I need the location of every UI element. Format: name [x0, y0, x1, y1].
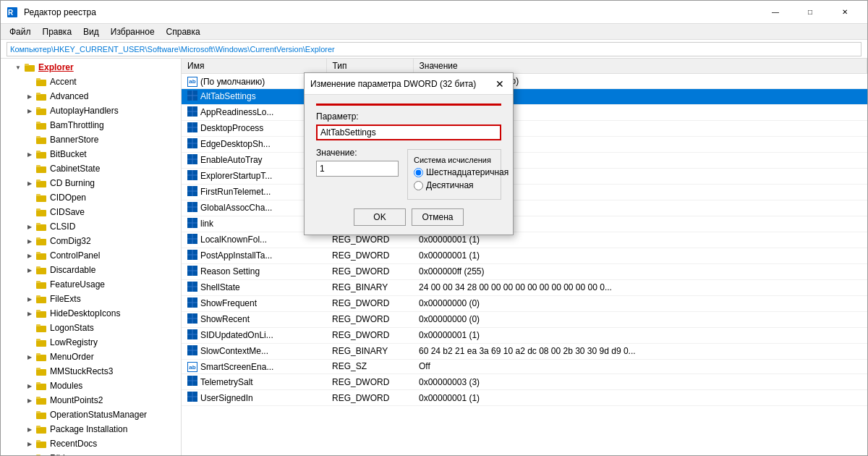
tree-item-featureusage[interactable]: FeatureUsage [1, 277, 181, 292]
table-row[interactable]: ab(По умолчанию)REG_SZ(значение не присв… [182, 74, 867, 89]
tree-expand-modules[interactable]: ▶ [24, 380, 35, 392]
maximize-button[interactable]: □ [793, 1, 827, 24]
tree-item-packageinstall[interactable]: ▶ Package Installation [1, 422, 181, 436]
table-row[interactable]: PostAppInstallTa...REG_DWORD0x00000001 (… [182, 248, 867, 263]
tree-item-operationstatus[interactable]: OperationStatusManager [1, 408, 181, 422]
address-path[interactable]: Компьютер\HKEY_CURRENT_USER\Software\Mic… [7, 42, 861, 56]
table-row[interactable]: AppReadinessLo...REG_DWORD0x00000001 (1) [182, 104, 867, 120]
tree-expand-fileexts[interactable]: ▶ [24, 293, 35, 305]
table-row[interactable]: linkREG_BINARY00 00 00 00 [182, 216, 867, 232]
table-row[interactable]: ShowRecentREG_DWORD0x00000000 (0) [182, 311, 867, 327]
tree-item-fileexts[interactable]: ▶ FileExts [1, 292, 181, 306]
value-name: ShowFrequent [200, 298, 257, 308]
tree-item-menuorder[interactable]: ▶ MenuOrder [1, 350, 181, 364]
tree-item-controlpanel[interactable]: ▶ ControlPanel [1, 248, 181, 263]
tree-item-recentdocs[interactable]: ▶ RecentDocs [1, 436, 181, 451]
tree-item-accent[interactable]: Accent [1, 75, 181, 89]
tree-item-ribbon[interactable]: ▶ Ribbon [1, 451, 181, 455]
tree-expand-mmstuckrects3[interactable] [24, 366, 35, 377]
col-header-type[interactable]: Тип [326, 59, 413, 74]
tree-expand-cidopen[interactable] [24, 192, 35, 203]
tree-item-cidsave[interactable]: CIDSave [1, 205, 181, 219]
table-row[interactable]: SlowContextMe...REG_BINARY60 24 b2 21 ea… [182, 343, 867, 359]
tree-item-hidedesktopicons[interactable]: ▶ HideDesktopIcons [1, 306, 181, 321]
table-row[interactable]: ShowFrequentREG_DWORD0x00000000 (0) [182, 295, 867, 311]
tree-expand-comdig32[interactable]: ▶ [24, 235, 35, 247]
minimize-button[interactable]: — [759, 1, 792, 24]
table-row[interactable]: SIDUpdatedOnLi...REG_DWORD0x00000001 (1) [182, 327, 867, 343]
menu-help[interactable]: Справка [161, 25, 206, 38]
tree-item-discardable[interactable]: ▶ Discardable [1, 263, 181, 277]
tree-expand-autoplay[interactable]: ▶ [24, 105, 35, 117]
dialog-ok-button[interactable]: OK [354, 208, 406, 226]
tree-item-bamthrottling[interactable]: BamThrottling [1, 118, 181, 132]
col-header-value[interactable]: Значение [413, 59, 867, 74]
dialog-cancel-button[interactable]: Отмена [412, 208, 464, 226]
table-row[interactable]: LocalKnownFol...REG_DWORD0x00000001 (1) [182, 232, 867, 248]
tree-expand-ribbon[interactable]: ▶ [24, 452, 35, 455]
dword-dialog[interactable]: Изменение параметра DWORD (32 бита) ✕ Па… [304, 72, 514, 235]
tree-item-mountpoints2[interactable]: ▶ MountPoints2 [1, 393, 181, 408]
dialog-close-button[interactable]: ✕ [493, 77, 507, 91]
tree-expand-bamthrottling[interactable] [24, 119, 35, 131]
tree-item-cdburning[interactable]: ▶ CD Burning [1, 176, 181, 190]
tree-expand-bitbucket[interactable]: ▶ [24, 148, 35, 160]
table-row[interactable]: TelemetrySaltREG_DWORD0x00000003 (3) [182, 374, 867, 390]
tree-expand-cdburning[interactable]: ▶ [24, 177, 35, 189]
table-row[interactable]: abSmartScreenEna...REG_SZOff [182, 359, 867, 374]
tree-item-comdig32[interactable]: ▶ ComDig32 [1, 234, 181, 248]
tree-item-bannerstore[interactable]: BannerStore [1, 132, 181, 147]
radio-dec[interactable] [414, 181, 423, 190]
menu-file[interactable]: Файл [4, 25, 37, 38]
close-button[interactable]: ✕ [828, 1, 861, 24]
table-row[interactable]: Reason SettingREG_DWORD0x000000ff (255) [182, 263, 867, 279]
tree-item-lowregistry[interactable]: LowRegistry [1, 335, 181, 350]
values-panel[interactable]: Имя Тип Значение ab(По умолчанию)REG_SZ(… [182, 59, 867, 455]
tree-expand-bannerstore[interactable] [24, 134, 35, 145]
table-row[interactable]: ExplorerStartupT...REG_DWORD0x00000001 (… [182, 168, 867, 184]
dialog-param-input[interactable] [316, 124, 501, 140]
tree-item-clsid[interactable]: ▶ CLSID [1, 219, 181, 234]
table-row[interactable]: AltTabSettingsREG_DWORD0x00000000 (0) [182, 88, 867, 104]
tree-expand-explorer[interactable]: ▼ [12, 62, 24, 73]
tree-item-bitbucket[interactable]: ▶ BitBucket [1, 147, 181, 161]
col-header-name[interactable]: Имя [182, 59, 326, 74]
table-row[interactable]: EdgeDesktopSh...REG_DWORD0x00000001 (1) [182, 136, 867, 152]
tree-panel[interactable]: ▼ Explorer Accent ▶ [1, 59, 182, 455]
tree-expand-clsid[interactable]: ▶ [24, 221, 35, 232]
table-row[interactable]: FirstRunTelemet...REG_DWORD0x00000001 (1… [182, 184, 867, 200]
table-row[interactable]: ShellStateREG_BINARY24 00 00 34 28 00 00… [182, 279, 867, 295]
tree-expand-advanced[interactable]: ▶ [24, 90, 35, 102]
tree-expand-lowregistry[interactable] [24, 337, 35, 348]
table-row[interactable]: GlobalAssocCha...REG_DWORD0x00000083 (13… [182, 200, 867, 216]
tree-expand-discardable[interactable]: ▶ [24, 264, 35, 276]
tree-expand-operationstatus[interactable] [24, 409, 35, 421]
tree-expand-logonstats[interactable] [24, 322, 35, 334]
tree-expand-cabinetstate[interactable] [24, 163, 35, 174]
tree-item-explorer[interactable]: ▼ Explorer [1, 60, 181, 75]
table-row[interactable]: DesktopProcessREG_DWORD0x00000001 (1) [182, 120, 867, 136]
tree-expand-hidedesktopicons[interactable]: ▶ [24, 308, 35, 319]
menu-view[interactable]: Вид [77, 25, 105, 38]
tree-expand-mountpoints2[interactable]: ▶ [24, 394, 35, 406]
tree-item-modules[interactable]: ▶ Modules [1, 379, 181, 393]
tree-expand-recentdocs[interactable]: ▶ [24, 438, 35, 449]
menu-favorites[interactable]: Избранное [105, 25, 161, 38]
radio-hex[interactable] [414, 168, 423, 177]
dialog-value-input[interactable] [316, 161, 399, 177]
table-row[interactable]: EnableAutoTrayREG_DWORD0x00000000 (0) [182, 152, 867, 168]
tree-item-cidopen[interactable]: CIDOpen [1, 190, 181, 205]
tree-expand-menuorder[interactable]: ▶ [24, 351, 35, 363]
tree-expand-controlpanel[interactable]: ▶ [24, 250, 35, 261]
tree-item-cabinetstate[interactable]: CabinetState [1, 161, 181, 176]
tree-expand-cidsave[interactable] [24, 206, 35, 218]
tree-expand-accent[interactable] [24, 76, 35, 88]
tree-item-autoplay[interactable]: ▶ AutoplayHandlers [1, 104, 181, 118]
tree-item-advanced[interactable]: ▶ Advanced [1, 89, 181, 104]
tree-expand-packageinstall[interactable]: ▶ [24, 423, 35, 435]
menu-edit[interactable]: Правка [37, 25, 78, 38]
tree-item-mmstuckrects3[interactable]: MMStuckRects3 [1, 364, 181, 379]
table-row[interactable]: UserSignedInREG_DWORD0x00000001 (1) [182, 390, 867, 406]
tree-item-logonstats[interactable]: LogonStats [1, 321, 181, 335]
tree-expand-featureusage[interactable] [24, 279, 35, 290]
